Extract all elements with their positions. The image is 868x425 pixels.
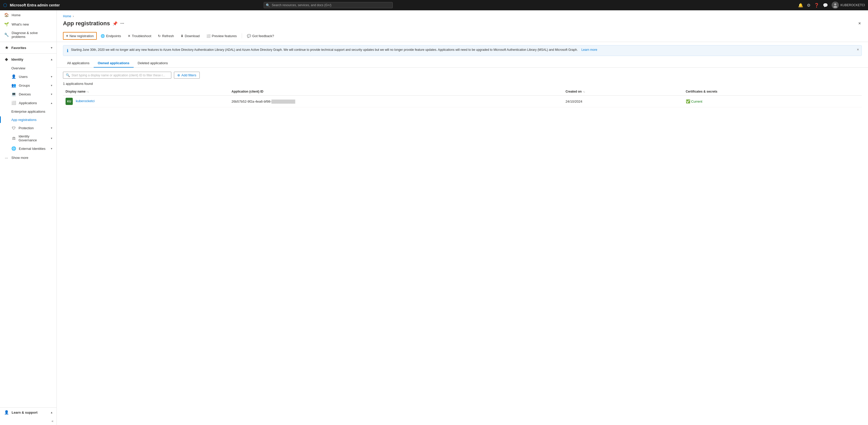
preview-icon: ⬜: [207, 34, 211, 38]
sidebar-item-groups[interactable]: 👥 Groups ▾: [0, 81, 57, 90]
refresh-icon: ↻: [158, 34, 161, 38]
troubleshoot-label: Troubleshoot: [132, 34, 151, 38]
more-options-icon[interactable]: ···: [120, 21, 124, 26]
sidebar-collapse-button[interactable]: «: [0, 417, 57, 425]
created-on-value: 24/10/2024: [566, 100, 582, 103]
sidebar-item-devices[interactable]: 💻 Devices ▾: [0, 90, 57, 99]
sidebar-item-overview[interactable]: Overview: [0, 64, 57, 72]
tab-owned-applications[interactable]: Owned applications: [94, 59, 134, 68]
chevron-down-icon-ei: ▾: [51, 147, 52, 150]
notifications-icon[interactable]: 🔔: [798, 3, 803, 8]
breadcrumb-home[interactable]: Home: [63, 14, 71, 18]
sidebar-item-enterprise-apps[interactable]: Enterprise applications: [0, 107, 57, 116]
col-display-name[interactable]: Display name ↑↓: [63, 88, 229, 96]
sidebar-label-users: Users: [19, 75, 48, 79]
tab-all-applications[interactable]: All applications: [63, 59, 94, 68]
table-cell-created-on: 24/10/2024: [563, 96, 683, 107]
sidebar-item-protection[interactable]: 🛡 Protection ▾: [0, 124, 57, 132]
got-feedback-button[interactable]: 💬 Got feedback?: [244, 32, 277, 39]
col-client-id-label: Application (client) ID: [231, 90, 263, 93]
new-registration-button[interactable]: + New registration: [63, 32, 97, 40]
main-layout: 🏠 Home 🌱 What's new 🔧 Diagnose & solve p…: [0, 10, 868, 425]
endpoints-icon: 🌐: [101, 34, 105, 38]
sort-icon-display-name[interactable]: ↑↓: [87, 90, 89, 93]
sidebar-item-app-registrations[interactable]: App registrations: [0, 116, 57, 124]
settings-icon[interactable]: ⚙: [807, 3, 810, 8]
user-menu[interactable]: KUBEROCKETCI: [832, 2, 865, 9]
sort-icon-created-on[interactable]: ↑↓: [583, 90, 585, 93]
sidebar-item-identity-governance[interactable]: ⚖ Identity Governance ▾: [0, 132, 57, 144]
sidebar-bottom: 👤 Learn & support ▴ «: [0, 407, 57, 425]
add-filters-icon: ⊕: [177, 73, 180, 77]
content-header: Home › App registrations 📌 ··· ×: [57, 10, 868, 30]
help-icon[interactable]: ❓: [814, 3, 819, 8]
app-avatar: KU: [66, 98, 73, 105]
chevron-up-icon: ▴: [51, 58, 52, 61]
search-icon: 🔍: [266, 3, 270, 7]
whats-new-icon: 🌱: [4, 22, 9, 27]
sidebar-item-show-more[interactable]: ··· Show more: [0, 153, 57, 162]
client-id-partial: 26b57b52-9f2a-4ea6-bf98-: [231, 100, 272, 103]
content-area: Home › App registrations 📌 ··· × + New r…: [57, 10, 868, 425]
sidebar-label-whats-new: What's new: [11, 23, 52, 26]
groups-icon: 👥: [11, 83, 16, 88]
result-count: 1 applications found: [63, 82, 862, 86]
banner-close-button[interactable]: ×: [857, 47, 859, 52]
col-created-on[interactable]: Created on ↑↓: [563, 88, 683, 96]
svg-point-0: [834, 3, 836, 5]
plus-icon: +: [66, 34, 68, 38]
table-cell-client-id: 26b57b52-9f2a-4ea6-bf98-██████████: [229, 96, 563, 107]
download-label: Download: [185, 34, 200, 38]
cert-status-label: Current: [691, 100, 702, 103]
cert-status-badge: ✅ Current: [686, 99, 702, 103]
table-cell-name: KU kuberocketci: [63, 96, 229, 107]
diagnose-icon: 🔧: [4, 32, 9, 37]
endpoints-button[interactable]: 🌐 Endpoints: [98, 32, 124, 39]
col-created-on-label: Created on: [566, 90, 582, 93]
top-bar: ⬡ Microsoft Entra admin center 🔍 🔔 ⚙ ❓ 💬…: [0, 0, 868, 10]
refresh-label: Refresh: [162, 34, 174, 38]
refresh-button[interactable]: ↻ Refresh: [155, 32, 177, 39]
learn-more-link[interactable]: Learn more: [581, 48, 597, 52]
sidebar-label-enterprise-apps: Enterprise applications: [11, 109, 52, 113]
close-button[interactable]: ×: [858, 20, 862, 27]
sidebar-section-learn-support[interactable]: 👤 Learn & support ▴: [0, 408, 57, 417]
tab-deleted-applications[interactable]: Deleted applications: [134, 59, 172, 68]
filter-input-container: 🔍: [63, 72, 171, 79]
filter-search-input[interactable]: [71, 73, 168, 77]
add-filters-button[interactable]: ⊕ Add filters: [174, 72, 200, 79]
sidebar-item-external-identities[interactable]: 🌐 External Identities ▾: [0, 144, 57, 153]
troubleshoot-button[interactable]: ✕ Troubleshoot: [125, 32, 154, 39]
sidebar: 🏠 Home 🌱 What's new 🔧 Diagnose & solve p…: [0, 10, 57, 425]
sidebar-item-whats-new[interactable]: 🌱 What's new: [0, 20, 57, 29]
sidebar-section-favorites[interactable]: ★ Favorites ▾: [0, 43, 57, 52]
breadcrumb: Home ›: [63, 14, 862, 18]
chevron-down-icon: ▾: [51, 46, 52, 50]
sidebar-label-learn-support: Learn & support: [11, 411, 48, 415]
sidebar-item-diagnose[interactable]: 🔧 Diagnose & solve problems: [0, 29, 57, 41]
pin-icon[interactable]: 📌: [113, 21, 118, 26]
preview-features-label: Preview features: [212, 34, 237, 38]
sidebar-label-identity: Identity: [11, 58, 48, 61]
app-name-link[interactable]: kuberocketci: [76, 99, 95, 103]
sidebar-label-applications: Applications: [19, 101, 48, 105]
download-button[interactable]: ⬇ Download: [178, 32, 203, 39]
chevron-down-icon-users: ▾: [51, 75, 52, 78]
chevron-up-icon-applications: ▴: [51, 101, 52, 105]
sidebar-item-home[interactable]: 🏠 Home: [0, 10, 57, 20]
chevron-down-icon-ig: ▾: [51, 137, 52, 140]
chevron-down-icon-ls: ▴: [51, 411, 52, 414]
search-input[interactable]: [264, 2, 393, 8]
feedback-icon[interactable]: 💬: [823, 3, 828, 8]
sidebar-item-users[interactable]: 👤 Users ▾: [0, 72, 57, 81]
sidebar-section-identity[interactable]: ◈ Identity ▴: [0, 55, 57, 64]
col-client-id: Application (client) ID: [229, 88, 563, 96]
preview-features-button[interactable]: ⬜ Preview features: [204, 32, 240, 39]
sidebar-label-protection: Protection: [19, 126, 48, 130]
sidebar-label-identity-governance: Identity Governance: [19, 134, 48, 142]
sidebar-item-applications[interactable]: ⬜ Applications ▴: [0, 99, 57, 107]
protection-icon: 🛡: [11, 126, 16, 130]
users-icon: 👤: [11, 74, 16, 79]
chevron-down-icon-protection: ▾: [51, 126, 52, 130]
learn-support-icon: 👤: [4, 410, 9, 415]
